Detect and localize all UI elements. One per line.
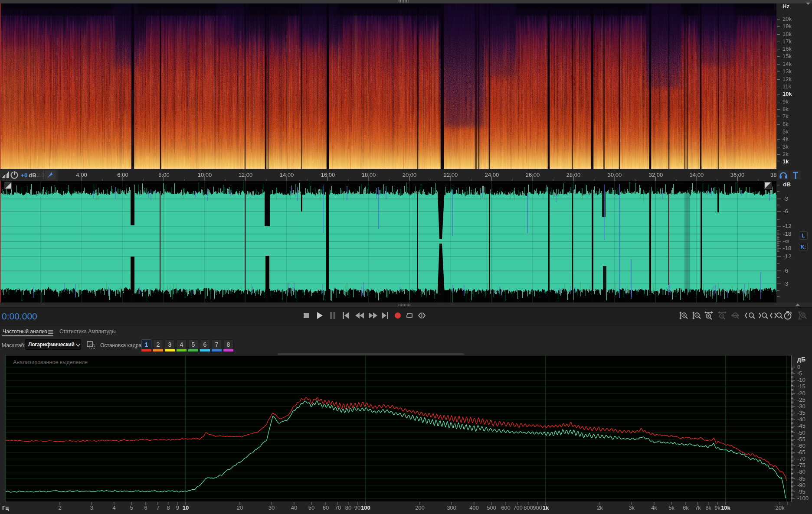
svg-text:2.0: 2.0 bbox=[37, 172, 44, 178]
svg-text:+0: +0 bbox=[21, 172, 27, 179]
svg-text:dB: dB bbox=[29, 172, 36, 179]
